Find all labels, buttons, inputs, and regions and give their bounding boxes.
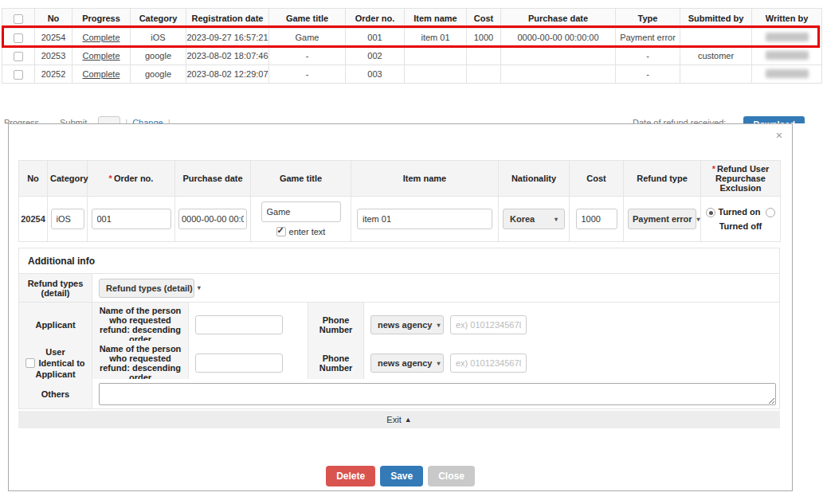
form-col-refund-user: *Refund User Repurchase Exclusion bbox=[701, 161, 781, 197]
required-mark: * bbox=[712, 164, 715, 174]
form-col-purchase-date: Purchase date bbox=[175, 161, 251, 197]
table-row[interactable]: 20253 Complete google 2023-08-02 18:07:4… bbox=[2, 47, 822, 65]
divider: | bbox=[125, 116, 127, 123]
col-category: Category bbox=[131, 9, 186, 29]
col-purchase-date: Purchase date bbox=[501, 9, 616, 29]
cell-no: 20253 bbox=[35, 47, 73, 65]
cell-registration-date: 2023-08-02 12:29:07 bbox=[186, 65, 269, 84]
cell-item-name: item 01 bbox=[405, 29, 467, 47]
turned-off-radio[interactable] bbox=[766, 208, 775, 217]
row-checkbox[interactable] bbox=[14, 52, 23, 61]
applicant-name-field[interactable] bbox=[195, 315, 283, 334]
turned-on-radio[interactable] bbox=[706, 208, 715, 217]
cell-no: 20252 bbox=[35, 65, 73, 84]
toolbar-change-link[interactable]: Change bbox=[132, 116, 163, 123]
applicant-row: Applicant Name of the person who request… bbox=[19, 302, 779, 340]
cell-type: - bbox=[616, 65, 680, 84]
others-label: Others bbox=[19, 379, 92, 408]
col-item-name: Item name bbox=[405, 9, 467, 29]
user-phone-field[interactable] bbox=[450, 354, 527, 373]
toolbar-submit-select[interactable]: ▾ bbox=[98, 116, 120, 123]
save-button[interactable]: Save bbox=[380, 466, 423, 486]
progress-link[interactable]: Complete bbox=[82, 69, 120, 79]
item-name-field[interactable] bbox=[357, 209, 492, 229]
applicant-carrier-select[interactable]: news agency▾ bbox=[370, 315, 444, 334]
progress-link[interactable]: Complete bbox=[82, 51, 120, 61]
others-textarea[interactable] bbox=[99, 383, 776, 405]
modal-button-row: Delete Save Close bbox=[9, 466, 792, 486]
game-title-field[interactable] bbox=[261, 201, 341, 222]
cell-item-name bbox=[405, 47, 467, 65]
close-icon[interactable]: × bbox=[776, 131, 782, 140]
chevron-down-icon: ▾ bbox=[437, 360, 440, 367]
refund-types-row: Refund types (detail) Refund types (deta… bbox=[19, 273, 779, 302]
progress-link[interactable]: Complete bbox=[82, 33, 120, 42]
cell-registration-date: 2023-09-27 16:57:21 bbox=[186, 29, 269, 47]
col-progress: Progress bbox=[73, 9, 131, 29]
turned-off-label: Turned off bbox=[719, 221, 762, 231]
form-col-refund-type: Refund type bbox=[624, 161, 701, 197]
cell-cost bbox=[467, 65, 501, 84]
clipped-toolbar: Progress Submit ▾ | Change | Date of ref… bbox=[0, 116, 805, 123]
refund-types-select[interactable]: Refund types (detail)▾ bbox=[99, 279, 194, 298]
form-value-row: 20254 ✓ enter text Korea▾ Payment error▾… bbox=[19, 197, 781, 242]
order-no-field[interactable] bbox=[92, 209, 171, 229]
form-col-order-no: *Order no. bbox=[88, 161, 175, 197]
delete-button[interactable]: Delete bbox=[326, 466, 375, 486]
refund-types-label: Refund types (detail) bbox=[19, 274, 92, 302]
cell-type: Payment error bbox=[616, 29, 680, 47]
user-name-field[interactable] bbox=[195, 354, 283, 373]
cell-no: 20254 bbox=[35, 29, 73, 47]
table-row[interactable]: 20252 Complete google 2023-08-02 12:29:0… bbox=[2, 65, 822, 84]
cell-game-title: - bbox=[269, 47, 346, 65]
user-carrier-select[interactable]: news agency▾ bbox=[370, 354, 444, 373]
row-checkbox[interactable] bbox=[14, 33, 23, 43]
row-checkbox[interactable] bbox=[14, 70, 23, 80]
cell-item-name bbox=[405, 65, 467, 84]
check-icon: ✓ bbox=[277, 225, 284, 236]
select-all-checkbox[interactable] bbox=[14, 14, 23, 24]
table-row[interactable]: 20254 Complete iOS 2023-09-27 16:57:21 G… bbox=[2, 29, 822, 47]
identical-to-applicant-checkbox[interactable] bbox=[25, 358, 35, 368]
category-field[interactable] bbox=[51, 209, 84, 229]
purchase-date-field[interactable] bbox=[178, 209, 247, 229]
additional-info-section: Additional info Refund types (detail) Re… bbox=[18, 248, 780, 409]
close-button[interactable]: Close bbox=[428, 466, 475, 486]
cost-field[interactable] bbox=[576, 209, 617, 229]
cell-purchase-date bbox=[501, 65, 616, 84]
turned-on-label: Turned on bbox=[718, 207, 760, 217]
cell-purchase-date: 0000-00-00 00:00:00 bbox=[501, 29, 616, 47]
form-header-row: No Category *Order no. Purchase date Gam… bbox=[19, 161, 781, 197]
chevron-down-icon: ▾ bbox=[198, 284, 201, 291]
additional-info-title: Additional info bbox=[19, 248, 779, 273]
others-row: Others bbox=[19, 378, 779, 408]
refund-type-select[interactable]: Payment error▾ bbox=[628, 209, 696, 229]
form-col-no: No bbox=[19, 161, 48, 197]
form-col-nationality: Nationality bbox=[499, 161, 570, 197]
download-button[interactable]: Download bbox=[743, 116, 805, 123]
table-header-row: No Progress Category Registration date G… bbox=[2, 9, 822, 29]
enter-text-checkbox[interactable]: ✓ bbox=[276, 227, 286, 236]
cell-game-title: - bbox=[269, 65, 346, 84]
cell-purchase-date bbox=[501, 47, 616, 65]
divider: | bbox=[168, 116, 170, 123]
written-by-redacted bbox=[766, 33, 809, 41]
toolbar-progress-label: Progress bbox=[4, 116, 39, 123]
exit-collapse-bar[interactable]: Exit ▲ bbox=[18, 411, 780, 428]
select-all-cell bbox=[2, 9, 35, 29]
form-col-category: Category bbox=[48, 161, 88, 197]
cell-order-no: 003 bbox=[346, 65, 405, 84]
col-no: No bbox=[35, 9, 73, 29]
refund-form-table: No Category *Order no. Purchase date Gam… bbox=[18, 160, 781, 242]
cell-submitted-by: customer bbox=[680, 47, 752, 65]
cell-category: iOS bbox=[131, 29, 186, 47]
form-col-cost: Cost bbox=[570, 161, 624, 197]
nationality-select[interactable]: Korea▾ bbox=[503, 209, 565, 229]
cell-submitted-by bbox=[680, 65, 752, 84]
cell-submitted-by bbox=[680, 29, 752, 47]
required-mark: * bbox=[109, 174, 112, 183]
written-by-redacted bbox=[766, 51, 809, 60]
applicant-phone-field[interactable] bbox=[450, 315, 527, 334]
cell-game-title: Game bbox=[269, 29, 346, 47]
cell-registration-date: 2023-08-02 18:07:46 bbox=[186, 47, 269, 65]
